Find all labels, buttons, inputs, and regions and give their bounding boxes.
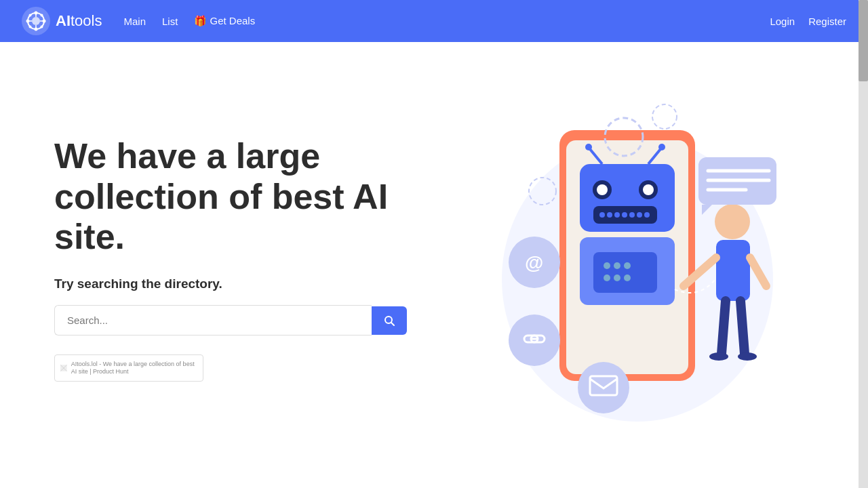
svg-point-35 [614, 212, 620, 218]
svg-point-3 [35, 12, 38, 15]
svg-line-53 [741, 301, 745, 354]
nav-main[interactable]: Main [123, 16, 146, 27]
login-link[interactable]: Login [770, 16, 795, 27]
svg-point-55 [738, 352, 757, 361]
navbar: AItools Main List 🎁 Get Deals Login Regi… [0, 0, 868, 42]
svg-point-27 [643, 184, 654, 195]
svg-point-9 [41, 14, 43, 17]
svg-point-7 [29, 14, 32, 17]
nav-get-deals[interactable]: 🎁 Get Deals [194, 15, 255, 27]
hero-content: We have a large collection of best AI si… [54, 136, 407, 382]
svg-point-33 [599, 212, 605, 218]
nav-list[interactable]: List [162, 16, 178, 27]
categories-section: Categories Go through the categories to … [0, 462, 868, 488]
brand-logo-icon [22, 7, 50, 35]
hero-illustration-svg: @ [434, 89, 787, 428]
svg-point-46 [614, 274, 620, 281]
svg-point-31 [658, 144, 665, 150]
svg-point-25 [597, 184, 608, 195]
svg-point-8 [41, 26, 43, 28]
svg-point-37 [629, 212, 635, 218]
search-button[interactable] [372, 306, 407, 335]
search-input[interactable] [54, 305, 372, 336]
hero-illustration: @ [407, 83, 814, 435]
hero-section: We have a large collection of best AI si… [0, 42, 868, 462]
brand-name: AItools [56, 12, 102, 30]
svg-line-16 [391, 323, 394, 325]
product-hunt-badge: AItools.lol - We have a large collection… [54, 354, 407, 382]
svg-point-6 [43, 20, 46, 23]
svg-text:@: @ [525, 252, 543, 273]
svg-point-29 [585, 144, 592, 150]
svg-point-39 [644, 212, 650, 218]
svg-point-4 [35, 28, 38, 31]
hero-subtitle: Try searching the directory. [54, 277, 407, 291]
svg-line-52 [722, 301, 726, 354]
register-link[interactable]: Register [808, 16, 846, 27]
brand-logo-link[interactable]: AItools [22, 7, 102, 35]
svg-point-38 [637, 212, 642, 218]
nav-auth: Login Register [770, 16, 846, 27]
svg-point-43 [614, 262, 620, 269]
svg-point-54 [709, 352, 728, 361]
svg-point-48 [715, 204, 750, 239]
svg-point-42 [604, 262, 610, 269]
svg-rect-41 [593, 252, 657, 293]
svg-rect-49 [716, 240, 750, 301]
scrollbar[interactable] [859, 0, 868, 488]
svg-point-44 [624, 262, 631, 269]
svg-point-34 [607, 212, 612, 218]
search-icon [384, 315, 395, 326]
svg-point-45 [604, 274, 610, 281]
scrollbar-thumb [859, 0, 868, 81]
svg-point-2 [32, 17, 40, 25]
svg-point-36 [622, 212, 627, 218]
product-hunt-image: AItools.lol - We have a large collection… [54, 354, 203, 382]
hero-title: We have a large collection of best AI si… [54, 136, 407, 258]
svg-point-5 [26, 20, 30, 23]
svg-point-63 [509, 314, 560, 366]
svg-point-47 [624, 274, 631, 281]
search-bar [54, 305, 407, 336]
svg-point-70 [652, 104, 677, 129]
broken-image-icon [60, 363, 67, 373]
svg-point-10 [29, 26, 32, 28]
nav-links: Main List 🎁 Get Deals [123, 15, 770, 27]
